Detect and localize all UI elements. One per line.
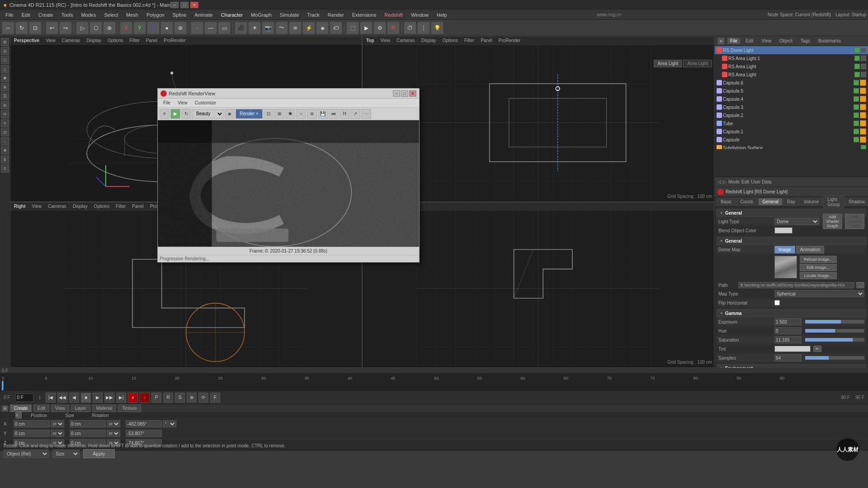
vp-options-2[interactable]: Options: [440, 38, 459, 43]
sidebar-icon-2[interactable]: ◎: [1, 47, 9, 55]
transport-step-back[interactable]: ◀◀: [57, 393, 67, 403]
rs-toolbar-more[interactable]: ⋯: [361, 109, 371, 119]
tool-point[interactable]: ·: [191, 22, 203, 34]
menu-mesh[interactable]: Mesh: [123, 11, 142, 19]
attr-edit-label[interactable]: Edit: [741, 179, 749, 184]
capsule-1-vis[interactable]: [854, 129, 859, 134]
tool-select[interactable]: ▷: [76, 22, 89, 34]
vp-cameras-2[interactable]: Cameras: [395, 38, 417, 43]
attr-back-btn[interactable]: ◁: [717, 179, 721, 184]
image-thumbnail[interactable]: [774, 256, 797, 278]
tool-y-axis[interactable]: Y: [133, 22, 146, 34]
transport-fps[interactable]: F: [210, 393, 220, 403]
attr-tab-coord[interactable]: Coord.: [736, 198, 758, 206]
rs-area-light-render[interactable]: [861, 64, 866, 69]
rs-dome-light-vis[interactable]: [854, 47, 860, 53]
locate-image-btn[interactable]: Locate Image...: [800, 272, 837, 279]
sidebar-icon-12[interactable]: ⬦: [1, 137, 9, 145]
vp-prorender-1[interactable]: ProRender: [162, 38, 187, 43]
rs-area-light-2-vis[interactable]: [854, 72, 860, 77]
vp-panel-3[interactable]: Panel: [130, 203, 146, 209]
sidebar-icon-9[interactable]: ⟳: [1, 110, 9, 118]
attr-tab-ray[interactable]: Ray: [783, 198, 799, 206]
obj-rs-dome-light[interactable]: RS Dome Light: [715, 46, 868, 54]
sidebar-icon-6[interactable]: ⊕: [1, 83, 9, 91]
capsule-6-tag[interactable]: [860, 80, 866, 86]
transport-play-back[interactable]: ◀: [69, 393, 79, 403]
transport-scale-key[interactable]: S: [175, 393, 185, 403]
rs-toolbar-ipr[interactable]: ⊚: [307, 109, 317, 119]
vp-cameras-1[interactable]: Cameras: [60, 38, 82, 43]
tool-rs-render[interactable]: R: [387, 22, 400, 34]
tool-x-axis[interactable]: X: [120, 22, 132, 34]
menu-mograph[interactable]: MoGraph: [247, 11, 275, 19]
header-object-tab[interactable]: Object: [777, 38, 795, 44]
capsule-tag[interactable]: [860, 136, 866, 143]
tool-spline2[interactable]: 〜: [275, 22, 288, 34]
attr-tab-general[interactable]: General: [758, 198, 783, 206]
transport-go-end[interactable]: ▶|: [116, 393, 126, 403]
attr-user-data-label[interactable]: User Data: [751, 179, 771, 184]
tube-vis[interactable]: [854, 121, 859, 126]
menu-modes[interactable]: Modes: [77, 11, 99, 19]
tool-scale[interactable]: ⊡: [29, 22, 42, 34]
attr-tab-light-group[interactable]: Light Group: [823, 196, 844, 208]
sidebar-icon-7[interactable]: ☰: [1, 92, 9, 100]
menu-help[interactable]: Help: [433, 11, 451, 19]
menu-simulate[interactable]: Simulate: [276, 11, 303, 19]
rs-menu-customize[interactable]: Customize: [191, 99, 220, 106]
size-type-select[interactable]: Size Scale: [52, 450, 80, 458]
tag-edit-tab[interactable]: Edit: [33, 404, 49, 412]
attr-exposure-slider[interactable]: [805, 320, 864, 324]
path-browse-btn[interactable]: ...: [856, 282, 864, 288]
coord-x-size-unit[interactable]: cm: [107, 420, 120, 427]
rs-area-light-vis[interactable]: [854, 64, 860, 69]
maximize-button[interactable]: □: [180, 2, 189, 8]
rs-dome-light-render[interactable]: [861, 47, 866, 53]
obj-capsule-3[interactable]: Capsule.3: [715, 103, 868, 111]
rs-toolbar-hdr[interactable]: H: [340, 109, 349, 119]
vp-display-2[interactable]: Display: [420, 38, 438, 43]
header-edit-tab[interactable]: Edit: [743, 38, 756, 44]
tool-loop[interactable]: ⊕: [103, 22, 116, 34]
sidebar-icon-4[interactable]: △: [1, 65, 9, 73]
minimize-button[interactable]: ─: [170, 2, 179, 8]
rs-popup-close[interactable]: ✕: [409, 90, 416, 97]
transport-play[interactable]: ▶: [93, 393, 103, 403]
sidebar-icon-8[interactable]: ⊚: [1, 101, 9, 109]
attr-tint-swatch[interactable]: [774, 346, 811, 352]
subdiv-vis[interactable]: [861, 145, 866, 149]
coord-y-pos[interactable]: [14, 430, 50, 437]
rs-toolbar-history[interactable]: ⏮: [329, 109, 339, 119]
attr-tab-shadow[interactable]: Shadow: [844, 198, 868, 206]
rs-popup-titlebar[interactable]: Redshift RenderView ─ □ ✕: [158, 89, 419, 99]
rs-toolbar-refresh[interactable]: ↻: [181, 109, 191, 119]
sidebar-icon-11[interactable]: ⊡: [1, 128, 9, 136]
tool-fps[interactable]: ⏱: [404, 22, 416, 34]
tool-deform[interactable]: ≋: [289, 22, 302, 34]
coord-x-pos[interactable]: [14, 420, 50, 427]
tool-move[interactable]: ↔: [2, 22, 14, 34]
tool-cam[interactable]: 📷: [262, 22, 274, 34]
attr-flip-checkbox[interactable]: [774, 300, 780, 305]
attr-exposure-input[interactable]: [774, 318, 802, 325]
vp-filter-1[interactable]: Filter: [128, 38, 142, 43]
vp-panel-1[interactable]: Panel: [144, 38, 160, 43]
vp-display-3[interactable]: Display: [71, 203, 90, 209]
dome-map-animation-btn[interactable]: Animation: [796, 246, 824, 253]
transport-record[interactable]: ●: [128, 393, 138, 403]
transport-loop[interactable]: ⟳: [198, 393, 208, 403]
tool-effector[interactable]: ⚡: [302, 22, 315, 34]
vp-cameras-3[interactable]: Cameras: [46, 203, 68, 209]
rs-render-canvas[interactable]: [158, 120, 419, 247]
rs-toolbar-settings[interactable]: ≡: [160, 109, 170, 119]
menu-polygon[interactable]: Polygon: [143, 11, 168, 19]
tool-render-settings[interactable]: ⚙: [373, 22, 386, 34]
attr-samples-input[interactable]: [774, 354, 802, 361]
rs-toolbar-star[interactable]: ✱: [285, 109, 295, 119]
rs-menu-view[interactable]: View: [174, 99, 191, 106]
tool-all-axis[interactable]: ●: [160, 22, 173, 34]
apply-button[interactable]: Apply: [83, 449, 115, 458]
capsule-6-vis[interactable]: [854, 80, 859, 85]
rs-area-light-1-render[interactable]: [861, 56, 866, 61]
